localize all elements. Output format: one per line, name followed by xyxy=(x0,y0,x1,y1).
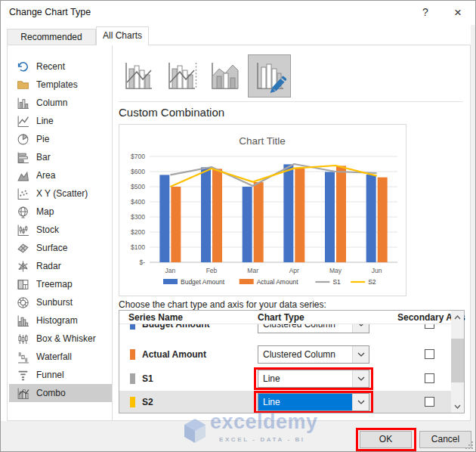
scroll-up-button[interactable] xyxy=(451,311,464,324)
table-scrollbar[interactable] xyxy=(451,311,464,413)
y-tick-label: $400 xyxy=(131,198,145,206)
x-tick-label: Mar xyxy=(247,267,258,274)
series-row-s1[interactable]: S1Line xyxy=(119,367,453,391)
secondary-axis-checkbox[interactable] xyxy=(425,349,434,359)
y-tick-label: $500 xyxy=(131,183,145,190)
chart-preview: Chart Title$-$100$200$300$400$500$600$70… xyxy=(119,124,406,296)
sidebar-item-funnel[interactable]: Funnel xyxy=(9,366,112,384)
pie-icon xyxy=(17,133,29,146)
clustered-column-line-icon xyxy=(122,60,155,93)
subtype-stacked-area-clustered-column-button[interactable] xyxy=(207,59,242,94)
dropdown-arrow-button[interactable] xyxy=(352,394,369,410)
surface-icon xyxy=(17,242,29,255)
area-icon xyxy=(17,169,29,182)
sidebar-item-label: Treemap xyxy=(36,279,73,289)
dropdown-arrow-button[interactable] xyxy=(352,370,369,387)
sidebar-item-column[interactable]: Column xyxy=(9,94,112,112)
sidebar-item-templates[interactable]: Templates xyxy=(9,76,112,94)
bar-budget-amount xyxy=(283,164,293,262)
close-button[interactable]: × xyxy=(448,3,468,22)
bar-actual-amount xyxy=(336,166,346,262)
sidebar-item-recent[interactable]: Recent xyxy=(9,57,112,76)
secondary-axis-checkbox[interactable] xyxy=(425,397,434,407)
chevron-down-icon xyxy=(357,376,365,381)
x-tick-label: Apr xyxy=(289,267,299,274)
resize-grip[interactable] xyxy=(465,441,474,450)
sidebar-item-x-y-scatter[interactable]: X Y (Scatter) xyxy=(9,184,112,203)
series-name: Budget Amount xyxy=(142,324,210,330)
sidebar-item-pie[interactable]: Pie xyxy=(9,130,112,148)
help-button[interactable]: ? xyxy=(416,3,435,22)
tab-all-charts[interactable]: All Charts xyxy=(96,26,149,45)
series-color-swatch xyxy=(130,397,135,407)
bar-budget-amount xyxy=(243,187,252,262)
bar-budget-amount xyxy=(159,175,169,262)
series-row-budget-amount[interactable]: Budget AmountClustered Column xyxy=(119,324,453,342)
secondary-axis-checkbox[interactable] xyxy=(425,324,434,329)
y-tick-label: $100 xyxy=(131,243,145,251)
subtype-custom-combination-button[interactable] xyxy=(248,54,291,98)
bar-budget-amount xyxy=(366,175,376,262)
sidebar-item-map[interactable]: Map xyxy=(9,203,112,221)
series-row-s2[interactable]: S2Line xyxy=(119,391,453,413)
x-tick-label: Jun xyxy=(372,267,382,274)
cancel-button[interactable]: Cancel xyxy=(419,431,471,448)
bar-actual-amount xyxy=(295,169,304,262)
sidebar-item-label: Sunburst xyxy=(36,297,73,308)
separator xyxy=(119,101,463,102)
sidebar-item-line[interactable]: Line xyxy=(9,112,112,130)
x-tick-label: Jan xyxy=(165,267,175,274)
chart-type-dropdown[interactable]: Clustered Column xyxy=(258,324,369,333)
sidebar-item-label: Templates xyxy=(36,79,78,90)
secondary-axis-checkbox[interactable] xyxy=(425,373,434,383)
section-heading: Custom Combination xyxy=(119,106,224,119)
sidebar-item-radar[interactable]: Radar xyxy=(9,257,112,275)
subtype-clustered-column-line-button[interactable] xyxy=(121,59,156,94)
tab-recommended-charts[interactable]: Recommended Charts xyxy=(7,29,96,45)
y-tick-label: $200 xyxy=(131,228,145,236)
sidebar-item-histogram[interactable]: Histogram xyxy=(9,311,112,330)
sidebar-item-surface[interactable]: Surface xyxy=(9,239,112,257)
chevron-down-icon xyxy=(357,324,365,327)
chart-type-dropdown[interactable]: Clustered Column xyxy=(258,345,369,364)
title-bar: Change Chart Type ? × xyxy=(1,1,475,24)
sidebar-item-sunburst[interactable]: Sunburst xyxy=(9,293,112,311)
y-tick-label: $300 xyxy=(131,213,145,221)
y-tick-label: $700 xyxy=(131,153,145,160)
sidebar-item-stock[interactable]: Stock xyxy=(9,221,112,239)
scrollbar-thumb[interactable] xyxy=(451,339,464,382)
dropdown-arrow-button[interactable] xyxy=(352,324,369,333)
dialog-right-margin xyxy=(471,25,476,421)
sidebar-item-label: Stock xyxy=(36,224,59,235)
chart-type-value: Clustered Column xyxy=(258,324,352,333)
sidebar-item-bar[interactable]: Bar xyxy=(9,148,112,166)
box-whisker-icon xyxy=(17,333,29,345)
series-name: Actual Amount xyxy=(142,349,206,360)
series-rows: Budget AmountClustered ColumnActual Amou… xyxy=(119,324,453,413)
sidebar-item-combo[interactable]: Combo xyxy=(9,384,112,402)
series-color-swatch xyxy=(130,349,135,360)
y-tick-label: $600 xyxy=(131,168,145,175)
change-chart-type-dialog: Change Chart Type ? × Recommended Charts… xyxy=(0,0,476,452)
chart-type-dropdown[interactable]: Line xyxy=(258,393,369,411)
sidebar-item-waterfall[interactable]: Waterfall xyxy=(9,348,112,366)
series-row-actual-amount[interactable]: Actual AmountClustered Column xyxy=(119,342,453,367)
sidebar-item-area[interactable]: Area xyxy=(9,166,112,184)
ok-button[interactable]: OK xyxy=(360,431,412,448)
x-tick-label: Feb xyxy=(206,267,218,274)
chart-type-dropdown[interactable]: Line xyxy=(258,370,369,388)
sidebar-item-box-whisker[interactable]: Box & Whisker xyxy=(9,330,112,348)
scatter-icon xyxy=(17,187,29,200)
legend-label: Actual Amount xyxy=(257,278,298,286)
dropdown-arrow-button[interactable] xyxy=(352,346,369,363)
sidebar-item-label: Histogram xyxy=(36,315,78,326)
subtype-clustered-column-line-secondary-axis-button[interactable] xyxy=(164,59,199,94)
sidebar-item-label: Waterfall xyxy=(36,351,72,362)
scroll-down-button[interactable] xyxy=(451,400,464,413)
sidebar-item-label: Recent xyxy=(36,61,65,72)
sidebar-item-treemap[interactable]: Treemap xyxy=(9,275,112,293)
chart-type-sidebar: RecentTemplatesColumnLinePieBarAreaX Y (… xyxy=(8,45,113,420)
series-name: S2 xyxy=(142,397,153,407)
sunburst-icon xyxy=(17,296,29,309)
sidebar-item-label: Pie xyxy=(36,134,49,144)
